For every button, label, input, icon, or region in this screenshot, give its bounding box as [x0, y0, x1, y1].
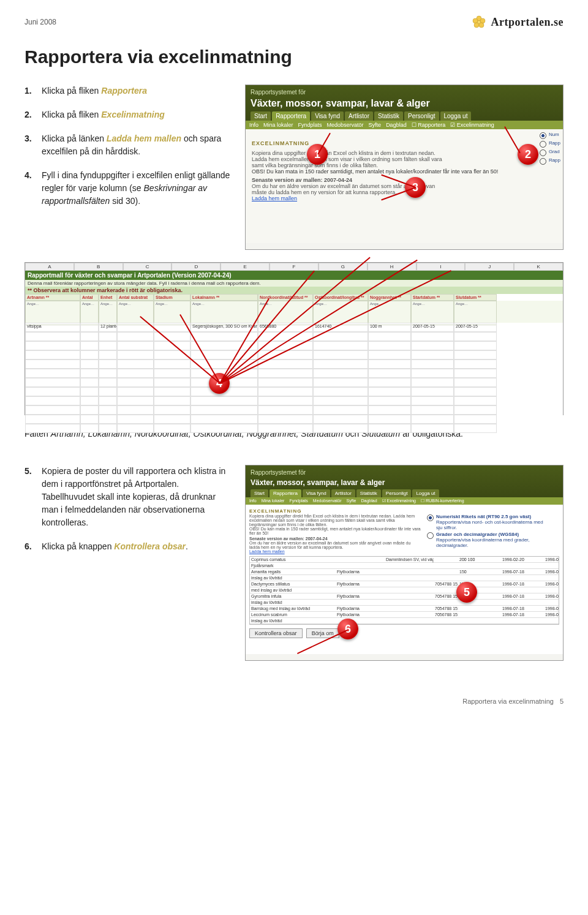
- page-title: Rapportera via excelinmatning: [24, 47, 564, 67]
- screenshot-excel-template: ABCDEFGHIJK Rapportmall för växter och s…: [24, 262, 564, 415]
- ladda-hem-mallen-link[interactable]: Ladda hem mallen: [252, 195, 557, 201]
- steps-list-2: Kopiera de poster du vill rapportera och…: [24, 465, 233, 553]
- steps-list-1: Klicka på fliken Rapportera Klicka på fl…: [24, 85, 233, 208]
- step-3: Klicka på länken Ladda hem mallen och sp…: [24, 132, 233, 158]
- kontrollera-obsar-button[interactable]: Kontrollera obsar: [249, 628, 303, 638]
- callout-1: 1: [307, 144, 328, 165]
- flower-icon: [472, 15, 486, 29]
- brand: Artportalen.se: [472, 15, 564, 29]
- page-date: Juni 2008: [24, 18, 56, 26]
- screenshot-paste-report: Rapportsystemet för Växter, mossor, svam…: [245, 465, 564, 661]
- page-footer: Rapportera via excelinmatning 5: [24, 698, 564, 705]
- step-2: Klicka på fliken Excelinmatning: [24, 108, 233, 121]
- step-1: Klicka på fliken Rapportera: [24, 85, 233, 97]
- step-5: Kopiera de poster du vill rapportera och…: [24, 465, 233, 529]
- callout-6: 6: [337, 619, 358, 639]
- svg-point-5: [477, 20, 480, 23]
- step-6: Klicka på knappen Kontrollera obsar.: [24, 540, 233, 553]
- step-4: Fyll i dina fynduppgifter i excelfilen e…: [24, 169, 233, 208]
- ladda-hem-mallen-link-2[interactable]: Ladda hem mallen: [249, 549, 285, 554]
- svg-point-1: [473, 18, 478, 23]
- callout-2: 2: [518, 144, 538, 165]
- brand-text: Artportalen.se: [491, 16, 564, 29]
- callout-5: 5: [456, 582, 477, 603]
- svg-point-2: [480, 18, 485, 23]
- screenshot-excelinmatning: Rapportsystemet för Växter, mossor, svam…: [245, 85, 564, 250]
